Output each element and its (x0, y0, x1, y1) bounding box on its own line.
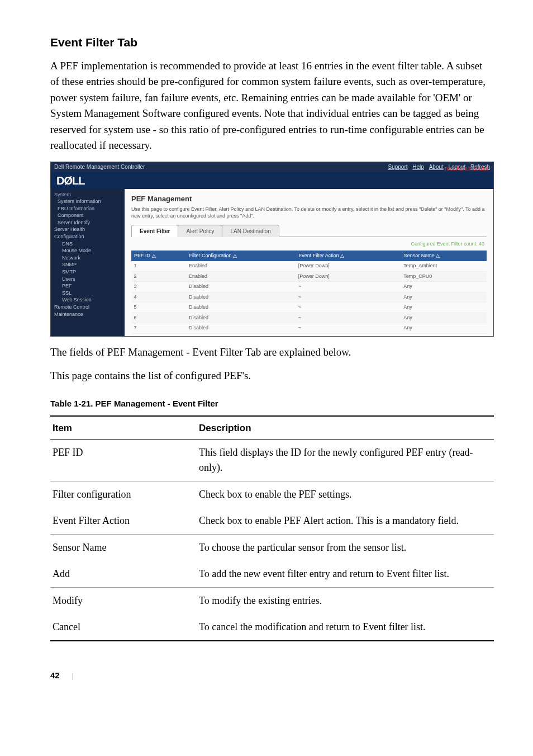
row-sensor-desc: To choose the particular sensor from the… (197, 534, 494, 561)
nav-support[interactable]: Support (388, 164, 408, 170)
sidebar-item[interactable]: Component (54, 212, 121, 219)
dell-logo: DØLL (56, 172, 84, 189)
sidebar-item[interactable]: Network (54, 254, 121, 262)
table-row[interactable]: 4Disabled~Any (132, 292, 487, 303)
table-row[interactable]: 2Enabled[Power Down]Temp_CPU0 (132, 271, 487, 282)
col-filter-cfg[interactable]: Filter Configuration △ (187, 251, 296, 261)
sidebar-item[interactable]: PEF (54, 282, 121, 290)
row-add-desc: To add the new event filter entry and re… (197, 561, 494, 588)
row-sensor-item: Sensor Name (50, 534, 197, 561)
th-item: Item (50, 416, 197, 439)
section-heading: Event Filter Tab (50, 34, 494, 51)
sidebar-item[interactable]: Configuration (54, 233, 121, 240)
row-filter-cfg-item: Filter configuration (50, 481, 197, 508)
sidebar-item[interactable]: SMTP (54, 268, 121, 276)
row-cancel-desc: To cancel the modification and return to… (197, 614, 494, 641)
nav-about[interactable]: About (429, 164, 444, 170)
row-event-action-item: Event Filter Action (50, 508, 197, 535)
root-user-label: root:Administrator (445, 164, 489, 173)
tab-alert-policy[interactable]: Alert Policy (178, 225, 222, 237)
doc-table: Item Description PEF ID This field displ… (50, 415, 494, 641)
row-event-action-desc: Check box to enable PEF Alert action. Th… (197, 508, 494, 535)
pef-screenshot-figure: Dell Remote Management Controller Suppor… (50, 162, 494, 337)
tab-event-filter[interactable]: Event Filter (131, 225, 178, 237)
sidebar-item[interactable]: Web Session (54, 296, 121, 304)
sidebar-item[interactable]: Users (54, 276, 121, 283)
sidebar-item[interactable]: DNS (54, 240, 121, 248)
row-add-item: Add (50, 561, 197, 588)
sidebar-item[interactable]: Maintenance (54, 311, 121, 318)
table-row[interactable]: 5Disabled~Any (132, 303, 487, 313)
table-row[interactable]: 1Enabled[Power Down]Temp_Ambient (132, 261, 487, 272)
paragraph-2: The fields of PEF Management - Event Fil… (50, 344, 494, 361)
col-filter-action[interactable]: Event Filter Action △ (296, 251, 402, 261)
page-number: 42 (50, 670, 60, 680)
sidebar-top: System (54, 191, 121, 199)
sidebar-item[interactable]: SSL (54, 290, 121, 297)
filter-count: Configured Event Filter count: 40 (131, 237, 487, 251)
sidebar-item[interactable]: Server Identify (54, 219, 121, 226)
sidebar-item[interactable]: Remote Control (54, 304, 121, 311)
col-pef-id[interactable]: PEF ID △ (132, 251, 187, 261)
col-sensor-name[interactable]: Sensor Name △ (401, 251, 486, 261)
event-filter-list: PEF ID △ Filter Configuration △ Event Fi… (131, 251, 487, 334)
table-caption: Table 1-21. PEF Management - Event Filte… (50, 398, 494, 410)
table-row[interactable]: 6Disabled~Any (132, 313, 487, 323)
row-filter-cfg-desc: Check box to enable the PEF settings. (197, 481, 494, 508)
sidebar-item[interactable]: Server Health (54, 226, 121, 233)
sidebar-item[interactable]: System Information (54, 198, 121, 205)
row-pef-id-item: PEF ID (50, 439, 197, 481)
app-sidebar: System System InformationFRU Information… (51, 189, 125, 336)
panel-heading: PEF Management (131, 193, 487, 205)
sidebar-item[interactable]: SNMP (54, 261, 121, 268)
paragraph-3: This page contains the list of configure… (50, 368, 494, 384)
table-row[interactable]: 3Disabled~Any (132, 282, 487, 292)
tab-lan-destination[interactable]: LAN Destination (222, 225, 279, 237)
sidebar-item[interactable]: FRU Information (54, 205, 121, 212)
page-footer: 42 | (50, 664, 494, 682)
footer-divider: | (72, 672, 74, 680)
app-window-title: Dell Remote Management Controller (54, 163, 145, 171)
nav-help[interactable]: Help (412, 164, 424, 170)
row-cancel-item: Cancel (50, 614, 197, 641)
sidebar-item[interactable]: Mouse Mode (54, 247, 121, 254)
table-row[interactable]: 7Disabled~Any (132, 323, 487, 334)
panel-description: Use this page to configure Event Filter,… (131, 206, 487, 219)
row-modify-item: Modify (50, 587, 197, 614)
th-description: Description (197, 416, 494, 439)
paragraph-1: A PEF implementation is recommended to p… (50, 58, 494, 154)
row-pef-id-desc: This field displays the ID for the newly… (197, 439, 494, 481)
row-modify-desc: To modify the existing entries. (197, 587, 494, 614)
app-main-panel: PEF Management Use this page to configur… (125, 189, 493, 336)
